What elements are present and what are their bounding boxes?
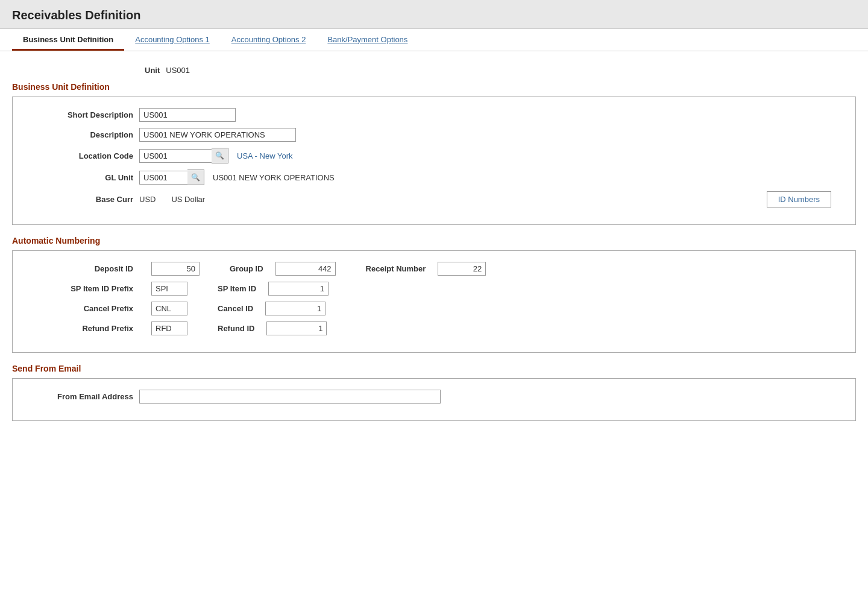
sp-item-prefix-input[interactable] [151,282,187,296]
location-search-icon: 🔍 [215,151,224,160]
gl-unit-input-group: 🔍 [139,169,204,185]
from-email-label: From Email Address [25,392,133,401]
tab-bank-payment[interactable]: Bank/Payment Options [316,29,418,51]
location-code-input[interactable] [139,149,212,163]
gl-unit-input[interactable] [139,171,187,185]
receipt-number-label: Receipt Number [366,264,426,273]
cancel-prefix-input[interactable] [151,302,187,315]
tab-accounting-2[interactable]: Accounting Options 2 [221,29,317,51]
gl-unit-label: GL Unit [25,173,133,182]
unit-label: Unit [145,66,160,75]
short-desc-row: Short Description [25,108,843,122]
refund-id-label: Refund ID [218,324,254,333]
desc-input[interactable] [139,128,296,142]
tabs-bar: Business Unit Definition Accounting Opti… [0,29,868,51]
cancel-prefix-label: Cancel Prefix [25,304,133,313]
gl-unit-row: GL Unit 🔍 US001 NEW YORK OPERATIONS [25,169,843,185]
cancel-id-label: Cancel ID [218,304,253,313]
auto-numbering-section-title: Automatic Numbering [12,236,856,245]
receipt-number-input[interactable] [438,262,486,276]
unit-row: Unit US001 [12,66,856,75]
id-numbers-button[interactable]: ID Numbers [767,191,831,207]
send-from-email-section-title: Send From Email [12,364,856,373]
deposit-id-input[interactable] [151,262,200,276]
desc-row: Description [25,128,843,142]
sp-item-prefix-label: SP Item ID Prefix [25,284,133,293]
location-code-input-group: 🔍 [139,148,228,163]
unit-value: US001 [166,66,190,75]
base-curr-name: US Dollar [171,195,205,204]
page-wrapper: Receivables Definition Business Unit Def… [0,0,868,608]
location-code-label: Location Code [25,151,133,160]
refund-prefix-label: Refund Prefix [25,324,133,333]
send-from-email-section-box: From Email Address [12,378,856,421]
base-curr-value: USD [139,195,156,204]
page-title: Receivables Definition [12,8,856,22]
cancel-id-input[interactable] [265,302,326,315]
auto-row-4: Refund Prefix Refund ID [25,321,843,335]
refund-prefix-input[interactable] [151,321,187,335]
group-id-input[interactable] [275,262,336,276]
auto-numbering-section-box: Deposit ID Group ID Receipt Number SP It… [12,250,856,353]
short-desc-input[interactable] [139,108,236,122]
base-curr-row: Base Curr USD US Dollar ID Numbers [25,191,843,207]
refund-id-input[interactable] [266,321,327,335]
gl-unit-name-text: US001 NEW YORK OPERATIONS [213,173,335,182]
content-area: Unit US001 Business Unit Definition Shor… [0,51,868,443]
auto-row-3: Cancel Prefix Cancel ID [25,302,843,315]
group-id-label: Group ID [230,264,263,273]
auto-row-1: Deposit ID Group ID Receipt Number [25,262,843,276]
business-unit-section-title: Business Unit Definition [12,82,856,92]
from-email-input[interactable] [139,390,441,404]
page-header: Receivables Definition [0,0,868,29]
base-curr-label: Base Curr [25,195,133,204]
location-code-row: Location Code 🔍 USA - New York [25,148,843,163]
sp-item-id-input[interactable] [268,282,329,296]
location-name-text: USA - New York [237,151,293,160]
deposit-id-label: Deposit ID [25,264,133,273]
desc-label: Description [25,130,133,139]
from-email-row: From Email Address [25,390,843,404]
auto-row-2: SP Item ID Prefix SP Item ID [25,282,843,296]
tab-business-unit[interactable]: Business Unit Definition [12,29,124,51]
gl-unit-search-icon: 🔍 [191,173,200,182]
sp-item-id-label: SP Item ID [218,284,256,293]
short-desc-label: Short Description [25,110,133,119]
gl-unit-search-button[interactable]: 🔍 [187,169,204,185]
location-code-search-button[interactable]: 🔍 [212,148,228,163]
business-unit-section-box: Short Description Description Location C… [12,97,856,225]
tab-accounting-1[interactable]: Accounting Options 1 [124,29,221,51]
